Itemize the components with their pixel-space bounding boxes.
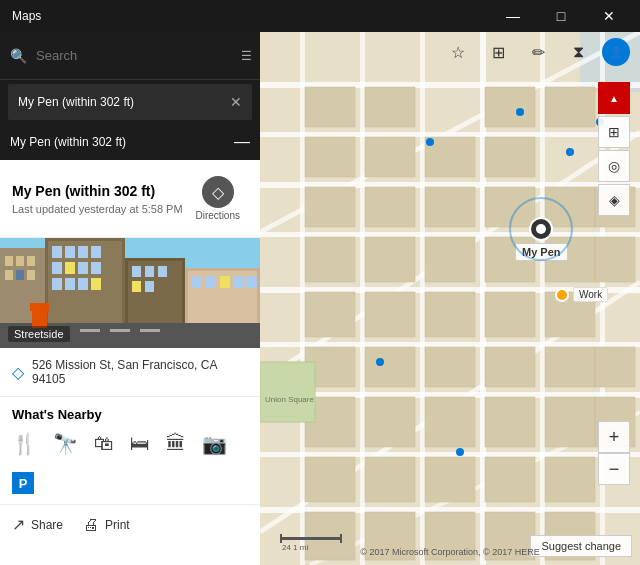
map-location-btn[interactable]: ◎: [598, 150, 630, 182]
zoom-out-button[interactable]: −: [598, 453, 630, 485]
star-icon[interactable]: ☆: [442, 36, 474, 68]
svg-rect-39: [110, 329, 130, 332]
svg-rect-33: [206, 276, 216, 288]
work-dot: [555, 288, 569, 302]
search-bar: 🔍 ☰: [0, 32, 260, 80]
svg-rect-70: [485, 137, 535, 177]
svg-rect-96: [365, 397, 415, 447]
svg-point-113: [426, 138, 434, 146]
svg-rect-83: [595, 237, 635, 282]
svg-rect-71: [545, 87, 595, 127]
active-search-close-icon[interactable]: ✕: [230, 94, 242, 110]
svg-rect-101: [305, 457, 355, 502]
directions-button[interactable]: ◇ Directions: [188, 172, 248, 225]
grid-icon[interactable]: ⊞: [482, 36, 514, 68]
nearby-title: What's Nearby: [12, 407, 248, 422]
share-button[interactable]: ↗ Share: [12, 515, 63, 534]
zoom-in-button[interactable]: +: [598, 421, 630, 453]
bank-icon: 🏛: [166, 432, 186, 455]
svg-rect-65: [365, 87, 415, 127]
nearby-section: What's Nearby 🍴 🔭 🛍 🛏 🏛: [0, 397, 260, 504]
map-grid-btn[interactable]: ⊞: [598, 116, 630, 148]
svg-rect-12: [65, 246, 75, 258]
nearby-shopping[interactable]: 🛍: [94, 432, 114, 456]
print-button[interactable]: 🖨 Print: [83, 515, 130, 534]
svg-point-114: [516, 108, 524, 116]
svg-rect-91: [425, 347, 475, 387]
shopping-icon: 🛍: [94, 432, 114, 455]
svg-rect-111: [260, 362, 315, 422]
north-arrow[interactable]: ▲: [598, 82, 630, 114]
sidebar: 🔍 ☰ My Pen (within 302 ft) ✕ My Pen (wit…: [0, 32, 260, 565]
nearby-icons-row: 🍴 🔭 🛍 🛏 🏛 📷: [12, 432, 248, 494]
maximize-button[interactable]: □: [538, 0, 584, 32]
svg-rect-119: [280, 537, 340, 540]
svg-rect-87: [485, 292, 535, 337]
svg-rect-106: [305, 512, 355, 560]
info-panel: My Pen (within 302 ft) — My Pen (within …: [0, 124, 260, 565]
map-area[interactable]: Union Square 24 1 mi ☆ ⊞ ✏ ⧗ 👤 ▲ ⊞: [260, 32, 640, 565]
svg-rect-58: [540, 32, 545, 565]
svg-rect-4: [16, 256, 24, 266]
svg-rect-103: [425, 457, 475, 502]
svg-rect-79: [365, 237, 415, 282]
panel-minimize-icon[interactable]: —: [234, 134, 250, 150]
search-input[interactable]: [36, 48, 233, 63]
svg-rect-28: [132, 281, 141, 292]
streetside-label: Streetside: [8, 326, 70, 342]
directions-label: Directions: [196, 210, 240, 221]
location-name: My Pen (within 302 ft): [12, 182, 188, 200]
directions-icon: ◇: [202, 176, 234, 208]
map-layers-btn[interactable]: ◈: [598, 184, 630, 216]
svg-rect-85: [365, 292, 415, 337]
svg-rect-22: [91, 278, 101, 290]
svg-rect-66: [305, 137, 355, 177]
user-avatar[interactable]: 👤: [602, 38, 630, 66]
map-top-toolbar: ☆ ⊞ ✏ ⧗ 👤: [260, 32, 640, 72]
svg-point-118: [456, 448, 464, 456]
print-icon: 🖨: [83, 516, 99, 534]
svg-rect-104: [485, 457, 535, 502]
streetside-container[interactable]: Streetside: [0, 238, 260, 348]
svg-rect-7: [16, 270, 24, 280]
svg-rect-14: [91, 246, 101, 258]
my-pen-marker: My Pen: [515, 217, 568, 261]
suggest-change-button[interactable]: Suggest change: [530, 535, 632, 557]
share-icon: ↗: [12, 515, 25, 534]
svg-rect-99: [545, 397, 595, 447]
location-info: My Pen (within 302 ft) Last updated yest…: [0, 160, 260, 238]
edit-pen-icon[interactable]: ✏: [522, 36, 554, 68]
print-label: Print: [105, 518, 130, 532]
svg-rect-55: [360, 32, 365, 565]
restaurant-icon: 🍴: [12, 432, 37, 456]
close-button[interactable]: ✕: [586, 0, 632, 32]
svg-rect-19: [52, 278, 62, 290]
active-search-pill: My Pen (within 302 ft) ✕: [8, 84, 252, 120]
location-name-section: My Pen (within 302 ft) Last updated yest…: [12, 182, 188, 214]
svg-rect-78: [305, 237, 355, 282]
nearby-restaurant[interactable]: 🍴: [12, 432, 37, 456]
svg-rect-52: [260, 452, 640, 457]
nearby-sightseeing[interactable]: 🔭: [53, 432, 78, 456]
nearby-camera[interactable]: 📷: [202, 432, 227, 456]
svg-rect-93: [545, 347, 595, 387]
hamburger-icon[interactable]: ☰: [241, 49, 252, 63]
address-row: ◇ 526 Mission St, San Francisco, CA 9410…: [0, 348, 260, 397]
nearby-bank[interactable]: 🏛: [166, 432, 186, 456]
nearby-parking[interactable]: P: [12, 472, 34, 494]
minimize-button[interactable]: —: [490, 0, 536, 32]
svg-rect-26: [145, 266, 154, 277]
svg-rect-29: [145, 281, 154, 292]
svg-rect-13: [78, 246, 88, 258]
layers-icon[interactable]: ⧗: [562, 36, 594, 68]
svg-text:24    1 mi: 24 1 mi: [282, 543, 308, 552]
nearby-hotel[interactable]: 🛏: [130, 432, 150, 456]
window-controls: — □ ✕: [490, 0, 632, 32]
parking-icon: P: [12, 472, 34, 494]
map-copyright: © 2017 Microsoft Corporation, © 2017 HER…: [360, 547, 539, 557]
svg-rect-86: [425, 292, 475, 337]
marker-ring: [509, 197, 573, 261]
svg-rect-64: [305, 87, 355, 127]
svg-rect-40: [140, 329, 160, 332]
svg-rect-15: [52, 262, 62, 274]
